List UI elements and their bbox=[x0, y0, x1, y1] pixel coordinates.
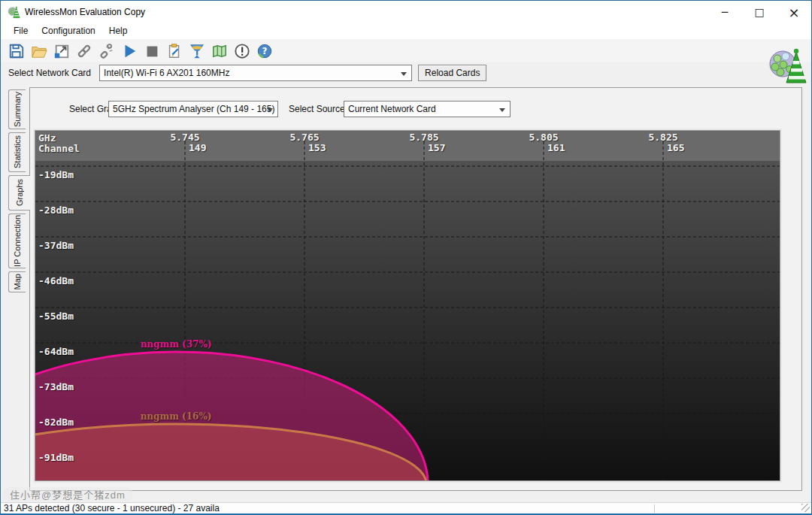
channel-tick-label: 165 bbox=[667, 142, 684, 153]
window-controls: ─ □ × bbox=[707, 1, 811, 23]
dbm-tick-label: -64dBm bbox=[38, 346, 74, 357]
dbm-tick-label: -46dBm bbox=[38, 275, 74, 286]
title-bar: WirelessMon Evaluation Copy ─ □ × bbox=[1, 1, 811, 23]
menu-configuration[interactable]: Configuration bbox=[35, 24, 102, 38]
menu-bar: File Configuration Help bbox=[1, 23, 811, 39]
sidebar-tab-graphs[interactable]: Graphs bbox=[8, 175, 30, 211]
dbm-tick-label: -91dBm bbox=[38, 452, 74, 463]
chevron-down-icon bbox=[499, 108, 505, 112]
chevron-down-icon bbox=[267, 108, 273, 112]
antenna-icon[interactable] bbox=[186, 41, 208, 61]
spectrum-plot bbox=[35, 131, 780, 480]
play-icon[interactable] bbox=[118, 41, 141, 61]
dbm-tick-label: -73dBm bbox=[38, 381, 74, 392]
network-card-value: Intel(R) Wi-Fi 6 AX201 160MHz bbox=[104, 68, 229, 78]
minimize-button[interactable]: ─ bbox=[707, 1, 742, 23]
reload-cards-button[interactable]: Reload Cards bbox=[418, 65, 486, 81]
select-source-label: Select Source bbox=[289, 104, 345, 114]
channel-tick-label: 149 bbox=[189, 142, 206, 153]
chevron-down-icon bbox=[401, 72, 407, 76]
channel-tick-label: 153 bbox=[308, 142, 326, 153]
channel-tick-label: 157 bbox=[428, 142, 445, 153]
open-icon[interactable] bbox=[28, 41, 50, 61]
graphs-panel: Select Graph 5GHz Spectrum Analyser (Ch … bbox=[29, 87, 802, 491]
select-source-select[interactable]: Current Network Card bbox=[344, 101, 511, 117]
dbm-tick-label: -55dBm bbox=[38, 311, 74, 322]
watermark: 住小帮@梦想是个猪zdm bbox=[2, 487, 133, 501]
toolbar: ? bbox=[1, 39, 811, 62]
save-icon[interactable] bbox=[5, 41, 28, 61]
menu-help[interactable]: Help bbox=[102, 24, 135, 38]
help-icon[interactable]: ? bbox=[253, 41, 276, 61]
svg-text:?: ? bbox=[262, 46, 268, 56]
export-icon[interactable] bbox=[50, 41, 73, 61]
network-card-select[interactable]: Intel(R) Wi-Fi 6 AX201 160MHz bbox=[99, 65, 412, 81]
app-logo-icon bbox=[7, 5, 20, 19]
freq-tick-label: 5.765 bbox=[271, 132, 338, 143]
network-card-row: Select Network Card Intel(R) Wi-Fi 6 AX2… bbox=[1, 62, 811, 83]
freq-tick-label: 5.785 bbox=[390, 132, 458, 143]
app-window: WirelessMon Evaluation Copy ─ □ × File C… bbox=[0, 0, 812, 515]
sidebar-tab-ip-connection[interactable]: IP Connection bbox=[8, 214, 26, 268]
maximize-button[interactable]: □ bbox=[742, 1, 777, 23]
window-title: WirelessMon Evaluation Copy bbox=[25, 7, 145, 17]
spectrum-analyser-chart: GHz Channel 5.7451495.7651535.7851575.80… bbox=[35, 131, 780, 480]
network-card-label: Select Network Card bbox=[8, 68, 91, 78]
status-bar: 31 APs detected (30 secure - 1 unsecured… bbox=[1, 502, 811, 513]
status-text: 31 APs detected (30 secure - 1 unsecured… bbox=[1, 503, 220, 513]
sidebar-tab-map[interactable]: Map bbox=[8, 271, 26, 292]
status-divider bbox=[654, 504, 655, 513]
close-button[interactable]: × bbox=[777, 1, 811, 23]
freq-tick-label: 5.825 bbox=[629, 132, 697, 143]
sidebar-tab-statistics[interactable]: Statistics bbox=[8, 132, 26, 172]
warning-icon[interactable] bbox=[231, 41, 253, 61]
unlink-icon[interactable] bbox=[95, 41, 118, 61]
curve-label: nngmm (37%) bbox=[116, 339, 236, 350]
stop-icon[interactable] bbox=[141, 41, 163, 61]
dbm-tick-label: -82dBm bbox=[38, 417, 74, 428]
freq-tick-label: 5.745 bbox=[151, 132, 219, 143]
channel-tick-label: 161 bbox=[547, 142, 565, 153]
dbm-tick-label: -37dBm bbox=[38, 240, 74, 251]
graph-controls-row: Select Graph 5GHz Spectrum Analyser (Ch … bbox=[30, 100, 801, 118]
menu-file[interactable]: File bbox=[7, 24, 35, 38]
sidebar-tab-summary[interactable]: Summary bbox=[8, 89, 26, 129]
curve-label: nngmm (16%) bbox=[116, 411, 236, 422]
dbm-tick-label: -28dBm bbox=[38, 204, 74, 216]
select-graph-value: 5GHz Spectrum Analyser (Ch 149 - 165) bbox=[113, 104, 274, 114]
freq-tick-label: 5.805 bbox=[510, 132, 577, 143]
map-icon[interactable] bbox=[208, 41, 231, 61]
select-graph-select[interactable]: 5GHz Spectrum Analyser (Ch 149 - 165) bbox=[108, 101, 278, 117]
sidebar-tabstrip: Summary Statistics Graphs IP Connection … bbox=[8, 89, 31, 295]
dbm-tick-label: -19dBm bbox=[38, 169, 74, 180]
link-icon[interactable] bbox=[73, 41, 95, 61]
edit-report-icon[interactable] bbox=[163, 41, 186, 61]
resize-grip-icon[interactable] bbox=[801, 504, 810, 512]
select-source-value: Current Network Card bbox=[348, 104, 436, 114]
